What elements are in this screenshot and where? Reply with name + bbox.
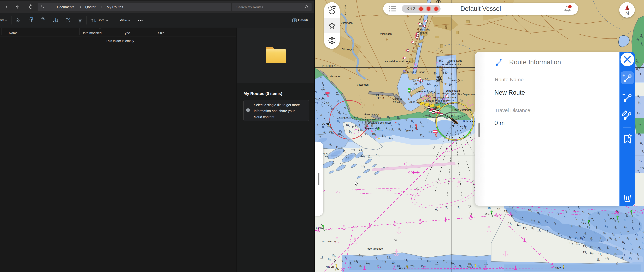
svg-text:Boulevard de Ruyter: Boulevard de Ruyter [368, 121, 391, 124]
svg-text:Rede Vlissingen: Rede Vlissingen [366, 247, 384, 250]
svg-text:101: 101 [488, 207, 492, 210]
svg-text:VL 2 - ch 18: VL 2 - ch 18 [425, 106, 439, 109]
svg-text:51° 25.000' N: 51° 25.000' N [322, 240, 336, 243]
svg-text:830: 830 [443, 71, 448, 74]
svg-text:Orsted steiger 1: Orsted steiger 1 [434, 92, 452, 95]
svg-text:ch 18: ch 18 [447, 115, 454, 118]
svg-text:clr 0.5: clr 0.5 [393, 100, 400, 103]
svg-text:ARV 5: ARV 5 [555, 267, 561, 270]
svg-text:Documents: Documents [57, 5, 74, 9]
svg-text:clr 5.0: clr 5.0 [420, 31, 427, 34]
svg-text:i: i [248, 109, 248, 112]
svg-text:Leugenaarshoofd: Leugenaarshoofd [339, 116, 359, 119]
svg-text:Dienstensteiger RWS: Dienstensteiger RWS [432, 96, 456, 99]
svg-text:112: 112 [320, 256, 324, 260]
svg-text:130: 130 [434, 85, 438, 88]
svg-text:Koopmanshaven: Koopmanshaven [356, 118, 376, 121]
svg-text:A: A [54, 19, 56, 22]
svg-text:Vlissingen: Vlissingen [342, 48, 354, 50]
svg-text:Vissershaven: Vissershaven [364, 113, 379, 116]
svg-text:My Routes: My Routes [107, 5, 123, 9]
svg-text:RV 4: RV 4 [407, 129, 413, 132]
svg-text:725: 725 [441, 69, 446, 72]
svg-text:Roeiershoofd: Roeiershoofd [365, 127, 380, 130]
svg-text:Vlissingen: Vlissingen [341, 21, 352, 24]
svg-text:140: 140 [434, 80, 439, 83]
svg-text:82: 82 [328, 258, 330, 261]
svg-text:Sluizen Vlissingen: Sluizen Vlissingen [426, 99, 447, 102]
svg-text:1e Binnenhaven: 1e Binnenhaven [416, 90, 434, 93]
svg-text:0 m: 0 m [494, 120, 505, 127]
svg-text:VR-C: VR-C [409, 101, 415, 104]
svg-text:Route Information: Route Information [509, 59, 561, 66]
svg-text:Vesta Oost: Vesta Oost [451, 79, 463, 82]
svg-text:SS.1: SS.1 [485, 212, 490, 215]
svg-text:Vlissingen: Vlissingen [330, 75, 341, 78]
svg-text:117 deg: 117 deg [316, 97, 325, 100]
svg-text:clr 1.0: clr 1.0 [377, 97, 384, 100]
svg-text:121: 121 [351, 147, 355, 151]
svg-text:Vlissingen: Vlissingen [380, 32, 392, 35]
svg-text:N: N [625, 10, 629, 16]
svg-text:Marine Kade: Marine Kade [448, 59, 462, 62]
svg-text:850: 850 [439, 59, 443, 62]
svg-text:Keersluis Bridge: Keersluis Bridge [406, 71, 425, 73]
svg-text:Search My Routes: Search My Routes [236, 5, 263, 9]
svg-text:30: 30 [425, 78, 428, 81]
svg-text:Size: Size [158, 31, 164, 35]
svg-text:5: 5 [642, 248, 644, 251]
svg-text:SS 3: SS 3 [581, 222, 586, 225]
svg-text:Details: Details [298, 18, 308, 22]
svg-text:3° 34.000' E: 3° 34.000' E [344, 5, 346, 15]
svg-text:118: 118 [342, 150, 346, 153]
svg-text:110: 110 [426, 95, 430, 98]
svg-text:128: 128 [360, 154, 365, 158]
svg-text:67: 67 [470, 212, 472, 215]
svg-text:Kanaal door Walcheren: Kanaal door Walcheren [384, 60, 412, 63]
svg-text:XR2: XR2 [406, 6, 415, 11]
svg-text:BHV: BHV [463, 120, 468, 122]
svg-text:51° 27.000' N: 51° 27.000' N [322, 65, 336, 67]
svg-text:Qastor: Qastor [85, 5, 96, 9]
svg-text:5: 5 [642, 242, 644, 245]
svg-text:3: 3 [315, 91, 317, 94]
svg-text:Route Name: Route Name [495, 77, 524, 82]
svg-text:ch 14: ch 14 [460, 125, 466, 128]
svg-text:123: 123 [368, 155, 372, 159]
svg-text:SG-W: SG-W [322, 122, 329, 125]
svg-text:50: 50 [434, 72, 436, 75]
svg-text:Vlissingen: Vlissingen [357, 83, 368, 86]
svg-text:Date modified: Date modified [82, 31, 102, 35]
svg-text:Sort: Sort [98, 18, 104, 22]
svg-text:Name: Name [9, 31, 18, 35]
svg-text:Type: Type [123, 31, 130, 35]
svg-text:79: 79 [458, 206, 460, 210]
svg-text:VR-B: VR-B [416, 101, 422, 104]
svg-text:133: 133 [361, 164, 365, 168]
svg-text:ew: ew [0, 18, 4, 22]
svg-text:ARV-VH: ARV-VH [326, 266, 334, 268]
svg-text:109: 109 [332, 254, 336, 258]
svg-text:T.C. Fire Department: T.C. Fire Department [452, 93, 476, 96]
svg-text:View: View [120, 18, 127, 22]
svg-text:Sloebrug: Sloebrug [420, 28, 430, 31]
svg-text:New Route: New Route [494, 89, 525, 96]
svg-text:120: 120 [427, 82, 431, 85]
svg-text:Dokbrug: Dokbrug [393, 97, 402, 100]
svg-text:SG 4: SG 4 [323, 93, 329, 96]
svg-text:20: 20 [414, 82, 417, 85]
svg-text:RV 6: RV 6 [427, 130, 432, 133]
svg-text:133: 133 [359, 148, 363, 152]
svg-text:Roro West Buha: Roro West Buha [442, 63, 461, 66]
svg-text:76: 76 [446, 206, 448, 210]
svg-text:Default Vessel: Default Vessel [460, 5, 501, 12]
svg-text:2: 2 [427, 121, 428, 124]
svg-text:Travel Distance: Travel Distance [495, 108, 530, 113]
svg-text:ARV 3: ARV 3 [467, 266, 473, 268]
svg-text:Sleepdienstensteiger: Sleepdienstensteiger [436, 66, 460, 69]
svg-text:71: 71 [336, 266, 338, 270]
svg-text:Het Dok: Het Dok [375, 94, 384, 96]
svg-text:123: 123 [376, 154, 380, 157]
svg-text:68: 68 [435, 208, 438, 212]
svg-text:RV 2: RV 2 [387, 128, 392, 131]
